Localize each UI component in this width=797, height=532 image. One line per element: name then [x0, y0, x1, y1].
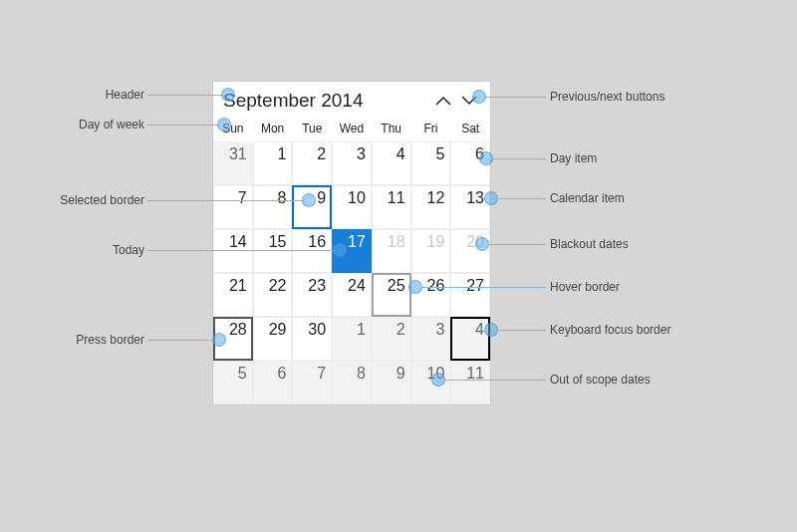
day-cell[interactable]: 8 [253, 185, 293, 229]
day-cell[interactable]: 5 [411, 141, 451, 185]
day-cell[interactable]: 19 [411, 229, 451, 273]
callout-label: Blackout dates [550, 237, 629, 251]
day-cell[interactable]: 1 [332, 317, 372, 361]
day-of-week-row: Sun Mon Tue Wed Thu Fri Sat [213, 118, 490, 141]
day-cell[interactable]: 3 [332, 141, 372, 185]
callout-line [498, 330, 546, 331]
callout-line [147, 250, 335, 251]
callout-label: Previous/next buttons [550, 90, 664, 104]
callout-dot-icon [472, 90, 486, 104]
day-cell[interactable]: 7 [292, 361, 332, 404]
day-cell[interactable]: 4 [450, 317, 490, 361]
callout-line [147, 95, 223, 96]
dow-label: Sat [450, 122, 490, 135]
calendar-grid: 3112345678910111213141516171819202122232… [213, 141, 490, 404]
day-cell[interactable]: 6 [253, 361, 293, 404]
calendar-header: September 2014 [213, 82, 490, 118]
callout-label: Calendar item [550, 191, 625, 205]
day-cell[interactable]: 5 [213, 361, 253, 404]
callout-label: Hover border [550, 280, 620, 294]
callout-line [493, 158, 546, 159]
callout-line [489, 244, 546, 245]
day-cell[interactable]: 15 [253, 229, 293, 273]
callout-label: Header [80, 88, 144, 102]
day-cell[interactable]: 14 [213, 229, 253, 273]
day-cell[interactable]: 12 [411, 185, 451, 229]
callout-label: Selected border [50, 193, 144, 207]
callout-dot-icon [221, 88, 235, 102]
day-cell[interactable]: 10 [332, 185, 372, 229]
day-cell[interactable]: 20 [450, 229, 490, 273]
day-cell[interactable]: 25 [372, 273, 411, 317]
callout-label: Day item [550, 151, 597, 165]
callout-dot-icon [212, 333, 226, 347]
day-cell[interactable]: 4 [372, 141, 411, 185]
dow-label: Fri [411, 122, 451, 135]
day-cell[interactable]: 9 [292, 185, 332, 229]
chevron-up-icon [435, 96, 451, 106]
callout-dot-icon [431, 373, 445, 387]
day-cell[interactable]: 11 [372, 185, 411, 229]
callout-label: Today [80, 243, 144, 257]
day-cell[interactable]: 13 [450, 185, 490, 229]
callout-line [147, 200, 304, 201]
calendar-view: September 2014 Sun Mon Tue Wed Thu Fri S… [212, 81, 491, 405]
callout-dot-icon [484, 191, 498, 205]
day-cell[interactable]: 9 [372, 361, 411, 404]
prev-button[interactable] [430, 88, 456, 114]
day-cell[interactable]: 23 [292, 273, 332, 317]
callout-dot-icon [217, 118, 231, 132]
callout-line [422, 287, 546, 288]
callout-line [486, 97, 546, 98]
dow-label: Wed [332, 122, 372, 135]
day-cell[interactable]: 1 [253, 141, 293, 185]
callout-dot-icon [484, 323, 498, 337]
callout-label: Keyboard focus border [550, 323, 670, 337]
day-cell[interactable]: 8 [332, 361, 372, 404]
callout-dot-icon [408, 280, 422, 294]
dow-label: Thu [372, 122, 411, 135]
day-cell[interactable]: 22 [253, 273, 293, 317]
day-cell[interactable]: 21 [213, 273, 253, 317]
callout-line [147, 125, 219, 126]
day-cell[interactable]: 29 [253, 317, 293, 361]
dow-label: Tue [292, 122, 332, 135]
callout-line [445, 380, 546, 381]
callout-dot-icon [302, 193, 316, 207]
day-cell[interactable]: 2 [372, 317, 411, 361]
day-cell[interactable]: 27 [450, 273, 490, 317]
day-cell[interactable]: 11 [450, 361, 490, 404]
callout-dot-icon [333, 243, 347, 257]
day-cell[interactable]: 16 [292, 229, 332, 273]
callout-label: Out of scope dates [550, 373, 651, 387]
day-cell[interactable]: 31 [213, 141, 253, 185]
day-cell[interactable]: 2 [292, 141, 332, 185]
day-cell[interactable]: 3 [411, 317, 451, 361]
callout-dot-icon [479, 151, 493, 165]
day-cell[interactable]: 18 [372, 229, 411, 273]
day-cell[interactable]: 30 [292, 317, 332, 361]
callout-dot-icon [475, 237, 489, 251]
calendar-title[interactable]: September 2014 [223, 90, 430, 112]
dow-label: Mon [253, 122, 293, 135]
callout-label: Press border [60, 333, 144, 347]
day-cell[interactable]: 7 [213, 185, 253, 229]
callout-line [147, 340, 214, 341]
callout-line [498, 198, 546, 199]
day-cell[interactable]: 24 [332, 273, 372, 317]
callout-label: Day of week [60, 118, 144, 132]
